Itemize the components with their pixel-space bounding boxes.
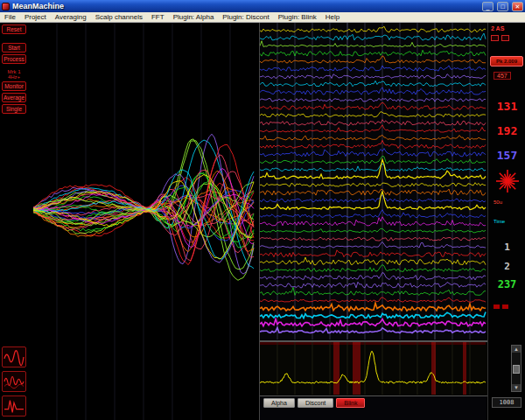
app-window: MeanMachine _ □ ✕ FileProjectAveragingSc… bbox=[0, 0, 525, 420]
readout-5: 2 bbox=[488, 261, 525, 272]
slider-thumb[interactable] bbox=[513, 365, 520, 374]
trace bbox=[260, 183, 486, 187]
trace bbox=[260, 237, 486, 241]
window-title: MeanMachine bbox=[12, 2, 479, 10]
trace bbox=[260, 210, 486, 218]
trace bbox=[260, 228, 486, 233]
menu-help[interactable]: Help bbox=[321, 12, 344, 23]
trace bbox=[260, 135, 486, 140]
trace bbox=[260, 351, 486, 383]
scale-label: 50u bbox=[494, 200, 502, 205]
trace bbox=[260, 120, 486, 126]
reset-button[interactable]: Reset bbox=[2, 24, 26, 34]
trace bbox=[260, 26, 486, 32]
menubar: FileProjectAveragingScalp channelsFFTPlu… bbox=[0, 12, 525, 23]
trace bbox=[260, 217, 486, 226]
trace bbox=[260, 164, 486, 171]
trace bbox=[260, 56, 486, 63]
menu-plugin-alpha[interactable]: Plugin: Alpha bbox=[169, 12, 219, 23]
trace bbox=[260, 298, 486, 302]
detector-plot[interactable] bbox=[260, 342, 486, 395]
mini-button-2[interactable] bbox=[501, 35, 509, 41]
waveform-icon bbox=[3, 396, 25, 416]
tab-blink[interactable]: Blink bbox=[336, 398, 365, 408]
trace bbox=[260, 282, 486, 288]
menu-file[interactable]: File bbox=[0, 12, 20, 23]
readout-4: 1 bbox=[488, 242, 525, 253]
slider-down-arrow[interactable]: ▼ bbox=[512, 384, 521, 391]
eeg-panel: AlphaDiscontBlink bbox=[259, 23, 486, 420]
trace bbox=[260, 112, 486, 117]
event-band bbox=[431, 342, 436, 395]
start-button[interactable]: Start bbox=[2, 43, 26, 52]
single-button[interactable]: Single bbox=[2, 104, 26, 114]
eeg-traces-display[interactable] bbox=[260, 23, 486, 340]
trace bbox=[260, 98, 486, 102]
process-button[interactable]: Process bbox=[2, 54, 26, 64]
slider-up-arrow[interactable]: ▲ bbox=[512, 346, 521, 353]
trace bbox=[260, 195, 486, 202]
readout-2: 192 bbox=[488, 124, 525, 137]
tick-indicators bbox=[494, 304, 508, 309]
mini-button-1[interactable] bbox=[491, 35, 499, 41]
starburst-icon[interactable] bbox=[494, 168, 521, 194]
trace bbox=[260, 287, 486, 295]
tab-discont[interactable]: Discont bbox=[298, 398, 333, 408]
trace bbox=[260, 80, 486, 86]
trace bbox=[260, 50, 486, 56]
trace bbox=[260, 257, 486, 265]
readout-1: 131 bbox=[488, 100, 525, 113]
readout-3: 157 bbox=[488, 149, 525, 162]
menu-averaging[interactable]: Averaging bbox=[51, 12, 91, 23]
tick-icon bbox=[502, 304, 508, 309]
app-icon bbox=[2, 3, 10, 10]
close-button[interactable]: ✕ bbox=[512, 2, 523, 11]
event-band bbox=[333, 342, 340, 395]
waveform-icon-button-3[interactable] bbox=[2, 396, 26, 416]
marker-label: Mrk 1 4Hz+ bbox=[1, 69, 27, 80]
gain-slider[interactable]: ▲ ▼ bbox=[511, 345, 522, 392]
event-band bbox=[463, 342, 466, 395]
trace bbox=[260, 242, 486, 248]
waveform-icon bbox=[3, 372, 25, 391]
trace bbox=[260, 189, 486, 195]
count-readout: 457 bbox=[494, 72, 511, 80]
menu-scalp-channels[interactable]: Scalp channels bbox=[91, 12, 147, 23]
time-label: Time bbox=[494, 219, 505, 224]
trace bbox=[260, 156, 486, 164]
plugin-tabs: AlphaDiscontBlink bbox=[263, 398, 365, 408]
tab-alpha[interactable]: Alpha bbox=[263, 398, 295, 408]
trace bbox=[260, 265, 486, 272]
waveform-icon-button-1[interactable] bbox=[2, 346, 26, 368]
menu-plugin-blink[interactable]: Plugin: Blink bbox=[274, 12, 321, 23]
slider-value: 1008 bbox=[492, 397, 522, 408]
trace bbox=[260, 303, 486, 311]
slider-track[interactable] bbox=[512, 353, 521, 384]
monitor-button[interactable]: Monitor bbox=[2, 81, 26, 91]
menu-fft[interactable]: FFT bbox=[147, 12, 169, 23]
event-band bbox=[353, 342, 360, 395]
waveform-icon-button-2[interactable] bbox=[2, 371, 26, 392]
minimize-button[interactable]: _ bbox=[482, 2, 494, 11]
average-button[interactable]: Average bbox=[2, 93, 26, 102]
menu-project[interactable]: Project bbox=[20, 12, 51, 23]
menu-plugin-discont[interactable]: Plugin: Discont bbox=[218, 12, 273, 23]
trace bbox=[260, 41, 486, 47]
trace bbox=[260, 149, 486, 157]
trace bbox=[260, 250, 486, 257]
waveform-icon bbox=[3, 347, 25, 367]
trace bbox=[260, 312, 486, 318]
right-sidebar: 2 AS Pk 2.009 457 131 192 157 50u Time 1… bbox=[487, 23, 525, 420]
tick-icon bbox=[494, 304, 500, 309]
butterfly-plot[interactable] bbox=[28, 23, 259, 420]
maximize-button[interactable]: □ bbox=[497, 2, 508, 11]
trace bbox=[260, 88, 486, 94]
titlebar[interactable]: MeanMachine _ □ ✕ bbox=[0, 0, 525, 12]
trace bbox=[260, 74, 486, 79]
left-toolbar: Reset Start Process Mrk 1 4Hz+ Monitor A… bbox=[0, 23, 28, 420]
butterfly-plot-panel[interactable] bbox=[28, 23, 259, 420]
trace bbox=[260, 66, 486, 71]
peak-button[interactable]: Pk 2.009 bbox=[490, 56, 523, 66]
readout-6: 237 bbox=[488, 278, 525, 290]
trace bbox=[260, 102, 486, 109]
